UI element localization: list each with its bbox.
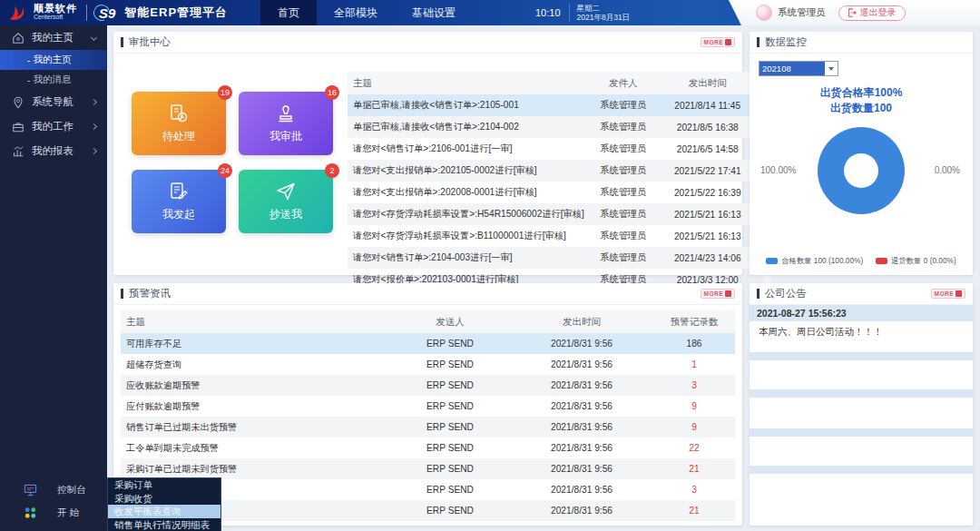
notice-empty-content xyxy=(750,474,973,525)
legend-swatch-pass xyxy=(766,258,778,264)
brand-sub: Centersoft xyxy=(34,13,77,22)
more-button[interactable]: MORE xyxy=(701,289,736,299)
panel-title: 审批中心 xyxy=(129,35,171,49)
brand-name: 顺景软件 xyxy=(34,4,77,13)
home-icon xyxy=(12,32,24,44)
data-monitor-panel: 数据监控 202108 出货合格率100% 出货数量100 100.00% 0.… xyxy=(750,32,973,275)
nav-tab-base-settings[interactable]: 基础设置 xyxy=(395,0,473,25)
panel-title: 数据监控 xyxy=(765,35,807,49)
clock-time: 10:10 xyxy=(535,7,561,18)
username: 系统管理员 xyxy=(778,6,826,19)
chevron-right-icon xyxy=(91,123,97,130)
sidebar-item-system-nav[interactable]: 系统导航 xyxy=(0,90,107,114)
briefcase-icon xyxy=(12,121,24,133)
badge-count: 19 xyxy=(218,85,232,100)
table-row[interactable]: 请您对<支出报销单>:202105-0002进行[审核]系统管理员2021/5/… xyxy=(348,160,759,182)
donut-left-label: 100.00% xyxy=(760,165,796,175)
start-menu-item-balance-query[interactable]: 收发平衡表查询 xyxy=(108,505,220,518)
title-accent xyxy=(757,37,760,47)
table-row[interactable]: 销售订单已过期未出货预警ERP SEND2021/8/31 9:569 xyxy=(121,417,735,438)
logout-button[interactable]: 退出登录 xyxy=(838,5,906,21)
sidebar-item-my-reports[interactable]: 我的报表 xyxy=(0,139,107,163)
badge-count: 16 xyxy=(325,85,339,100)
title-accent xyxy=(757,289,760,299)
period-select[interactable]: 202108 xyxy=(759,61,838,76)
start-menu-item-sales-execution-report[interactable]: 销售单执行情况明细表 xyxy=(108,518,220,531)
notice-empty-bar xyxy=(750,428,973,437)
start-menu-item-purchase-receipt[interactable]: 采购收货 xyxy=(108,492,220,506)
title-accent xyxy=(121,289,123,299)
tile-my-approvals[interactable]: 16 我审批 xyxy=(239,92,333,155)
start-icon xyxy=(24,506,37,519)
notice-empty-bar xyxy=(750,389,973,398)
chevron-right-icon xyxy=(91,99,97,105)
panel-title: 公司公告 xyxy=(765,287,807,300)
more-button[interactable]: MORE xyxy=(931,289,966,299)
start-menu-item-purchase-order[interactable]: 采购订单 xyxy=(108,478,220,492)
sidebar-item-my-work[interactable]: 我的工作 xyxy=(0,114,107,139)
chart-legend: 合格数量 100 (100.00%) 退货数量 0 (0.00%) xyxy=(750,256,973,266)
table-row[interactable]: 请您对<销售订单>:2104-003进行[一审]系统管理员2021/4/23 1… xyxy=(348,247,759,269)
table-row[interactable]: 单据已审核,请接收<销售订单>:2104-002系统管理员2021/8/5 16… xyxy=(348,116,759,138)
console-button[interactable]: 控制台 xyxy=(0,478,107,501)
main-nav: 首页 全部模块 基础设置 xyxy=(260,0,473,25)
table-row[interactable]: 请您对<支出报销单>:202008-0001进行[审核]系统管理员2021/5/… xyxy=(348,182,759,203)
legend-swatch-return xyxy=(876,258,887,264)
nav-tab-all-modules[interactable]: 全部模块 xyxy=(317,0,395,25)
notice-empty-content xyxy=(750,398,973,428)
tile-pending[interactable]: 19 待处理 xyxy=(132,92,226,155)
approval-table: 主题 发件人 发出时间 单据已审核,请接收<销售订单>:2105-001系统管理… xyxy=(348,72,769,290)
topbar: 顺景软件 Centersoft S9 智能ERP管理平台 首页 全部模块 基础设… xyxy=(0,0,980,25)
table-row[interactable]: 采购订单已过期未到货预警ERP SEND2021/8/31 9:5621 xyxy=(121,458,735,479)
chevron-down-icon xyxy=(91,34,97,41)
date: 2021年8月31日 xyxy=(577,13,631,22)
notice-empty-content xyxy=(750,437,973,466)
company-notice-panel: 公司公告 MORE 2021-08-27 15:56:23 本周六、周日公司活动… xyxy=(750,283,973,526)
ship-qty-text: 出货数量100 xyxy=(750,101,973,116)
more-grid-icon xyxy=(725,290,731,297)
more-button[interactable]: MORE xyxy=(701,37,736,47)
sidebar-subitem-my-home[interactable]: 我的主页 xyxy=(0,50,107,70)
table-row[interactable]: 请您对<销售订单>:2106-001进行[一审]系统管理员2021/6/5 14… xyxy=(348,138,759,160)
company-logo-icon xyxy=(7,3,27,23)
table-row[interactable]: 请您对<存货浮动耗损率设置>:H54R15006002进行[审核]系统管理员20… xyxy=(348,203,759,225)
avatar[interactable] xyxy=(756,5,772,21)
notice-content[interactable]: 本周六、周日公司活动！！！ xyxy=(750,321,973,352)
tile-initiated-by-me[interactable]: 24 我发起 xyxy=(132,170,226,233)
donut-chart: 100.00% 0.00% xyxy=(750,127,973,243)
table-row[interactable]: 可用库存不足ERP SEND2021/8/31 9:56186 xyxy=(121,333,735,354)
chart-icon xyxy=(12,145,24,158)
logout-icon xyxy=(848,8,857,17)
donut-right-label: 0.00% xyxy=(935,165,960,175)
notice-empty-content xyxy=(750,360,973,389)
more-grid-icon xyxy=(956,290,962,297)
tile-cc-to-me[interactable]: 2 抄送我 xyxy=(239,170,333,233)
table-row[interactable]: 超储存货查询ERP SEND2021/8/31 9:561 xyxy=(121,354,735,375)
table-header: 主题 发送人 发出时间 预警记录数 xyxy=(121,310,735,333)
table-row[interactable]: 请您对<存货浮动耗损率设置>:B11000001进行[审核]系统管理员2021/… xyxy=(348,225,759,247)
product-logo: S9 xyxy=(96,5,118,21)
console-icon xyxy=(24,484,37,497)
start-button[interactable]: 开 始 xyxy=(0,501,107,524)
sidebar-footer: 控制台 开 始 xyxy=(0,478,107,524)
chevron-down-icon xyxy=(825,62,838,75)
notice-timestamp: 2021-08-27 15:56:23 xyxy=(750,305,973,321)
nav-tab-home[interactable]: 首页 xyxy=(260,0,317,25)
table-row[interactable]: 工令单到期未完成预警ERP SEND2021/8/31 9:5622 xyxy=(121,438,735,458)
chevron-right-icon xyxy=(91,148,97,154)
notice-empty-bar xyxy=(750,466,973,474)
pin-icon xyxy=(12,96,24,109)
brand-divider xyxy=(86,5,87,21)
more-grid-icon xyxy=(725,39,731,45)
sidebar-item-my-home[interactable]: 我的主页 xyxy=(0,25,107,50)
clock-block: 10:10 星期二 2021年8月31日 xyxy=(535,0,630,25)
start-menu-popup: 采购订单 采购收货 收发平衡表查询 销售单执行情况明细表 xyxy=(107,477,221,531)
table-row[interactable]: 应付账款逾期预警ERP SEND2021/8/31 9:569 xyxy=(121,396,735,417)
donut-ring xyxy=(818,127,905,214)
product-title: 智能ERP管理平台 xyxy=(124,5,228,21)
table-row[interactable]: 单据已审核,请接收<销售订单>:2105-001系统管理员2021/8/14 1… xyxy=(348,94,759,116)
user-area: 系统管理员 退出登录 xyxy=(729,0,980,25)
sidebar-subitem-my-messages[interactable]: 我的消息 xyxy=(0,70,107,90)
table-row[interactable]: 应收账款逾期预警ERP SEND2021/8/31 9:563 xyxy=(121,375,735,396)
approval-tiles: 19 待处理 16 我审批 24 xyxy=(132,92,333,290)
